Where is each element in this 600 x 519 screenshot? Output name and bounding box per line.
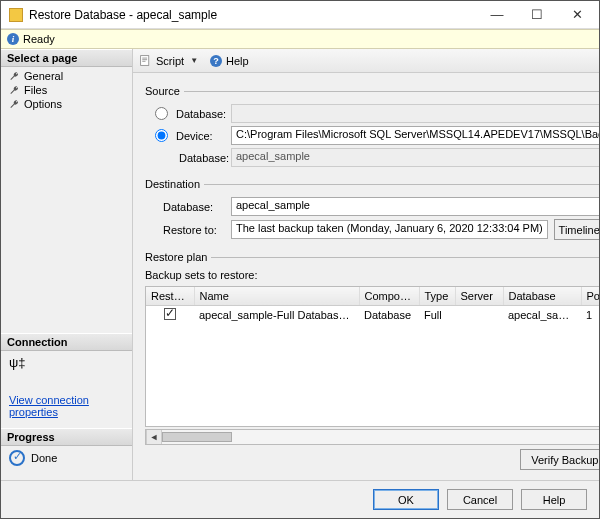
col-database[interactable]: Database [503,287,581,305]
connection-header: Connection [1,333,132,351]
destination-db-combo[interactable]: apecal_sample [231,197,599,216]
scroll-thumb[interactable] [162,432,232,442]
backup-sets-label: Backup sets to restore: [145,269,599,281]
col-component[interactable]: Component [359,287,419,305]
destination-legend: Destination [145,178,204,190]
restore-checkbox[interactable] [164,308,176,320]
cell-component: Database [359,305,419,324]
cell-name: apecal_sample-Full Database Backup [194,305,359,324]
source-legend: Source [145,85,184,97]
minimize-button[interactable]: ― [477,2,517,28]
source-database-radio-input[interactable] [155,107,168,120]
svg-rect-0 [141,56,149,66]
status-text: Ready [23,33,55,45]
cell-position: 1 [581,305,599,324]
wrench-icon [9,71,20,82]
destination-db-label: Database: [145,201,231,213]
col-server[interactable]: Server [455,287,503,305]
progress-header: Progress [1,428,132,446]
col-restore[interactable]: Restore [146,287,194,305]
restore-database-dialog: Restore Database - apecal_sample ― ☐ ✕ i… [0,0,600,519]
wrench-icon [9,85,20,96]
source-database-radio[interactable]: Database: [145,107,231,120]
script-button[interactable]: Script [156,55,184,67]
horizontal-scrollbar[interactable]: ◄ ► [145,429,599,445]
source-db-label: Database: [145,152,231,164]
connection-icon: ψ‡ [1,351,132,374]
group-restore-plan: Restore plan Backup sets to restore: [145,251,599,470]
sidebar: Select a page General Files [1,49,133,480]
restore-plan-legend: Restore plan [145,251,211,263]
status-bar: i Ready [1,29,599,49]
sidebar-item-label: Options [24,98,62,110]
col-name[interactable]: Name [194,287,359,305]
ok-button[interactable]: OK [373,489,439,510]
table-row[interactable]: apecal_sample-Full Database Backup Datab… [146,305,599,324]
group-source: Source Database: Device: C:\Prog [145,85,599,170]
source-device-radio[interactable]: Device: [145,129,231,142]
toolbar: Script ▼ ? Help [133,49,599,73]
wrench-icon [9,99,20,110]
col-position[interactable]: Position [581,287,599,305]
help-button[interactable]: Help [226,55,249,67]
sidebar-item-files[interactable]: Files [1,83,132,97]
cell-database: apecal_sample [503,305,581,324]
group-destination: Destination Database: apecal_sample Rest… [145,178,599,243]
cancel-button[interactable]: Cancel [447,489,513,510]
restore-to-field[interactable]: The last backup taken (Monday, January 6… [231,220,548,239]
progress-status: Done [31,452,57,464]
sidebar-item-general[interactable]: General [1,69,132,83]
source-device-path[interactable]: C:\Program Files\Microsoft SQL Server\MS… [231,126,599,145]
close-button[interactable]: ✕ [557,2,597,28]
titlebar: Restore Database - apecal_sample ― ☐ ✕ [1,1,599,29]
done-check-icon [9,450,25,466]
view-connection-properties-link[interactable]: View connection properties [1,388,132,428]
maximize-button[interactable]: ☐ [517,2,557,28]
verify-backup-media-button[interactable]: Verify Backup Media [520,449,599,470]
timeline-button[interactable]: Timeline... [554,219,599,240]
source-db-combo[interactable]: apecal_sample [231,148,599,167]
info-icon: i [7,33,19,45]
scroll-left-icon[interactable]: ◄ [146,430,162,444]
sidebar-item-label: General [24,70,63,82]
source-database-combo [231,104,599,123]
script-dropdown[interactable]: ▼ [190,56,198,65]
script-icon [139,54,152,67]
window-title: Restore Database - apecal_sample [29,8,477,22]
cell-server [455,305,503,324]
cell-type: Full [419,305,455,324]
sidebar-item-label: Files [24,84,47,96]
select-page-header: Select a page [1,49,132,67]
sidebar-item-options[interactable]: Options [1,97,132,111]
source-device-radio-input[interactable] [155,129,168,142]
help-button[interactable]: Help [521,489,587,510]
restore-to-label: Restore to: [145,224,231,236]
col-type[interactable]: Type [419,287,455,305]
database-icon [9,8,23,22]
dialog-footer: OK Cancel Help [1,480,599,518]
help-icon: ? [210,55,222,67]
backup-sets-table: Restore Name Component Type Server Datab… [145,286,599,427]
